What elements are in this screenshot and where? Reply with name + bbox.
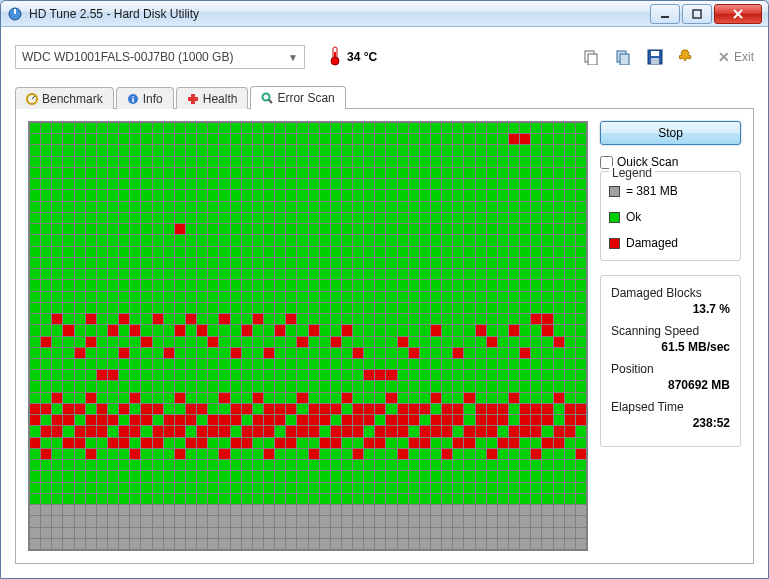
legend-blocksize: = 381 MB [609, 184, 732, 198]
legend-box: Legend = 381 MB Ok Damaged [600, 171, 741, 261]
svg-line-23 [269, 100, 272, 103]
side-panel: Stop Quick Scan Legend = 381 MB Ok [600, 121, 741, 551]
error-scan-panel: Stop Quick Scan Legend = 381 MB Ok [15, 109, 754, 564]
svg-line-17 [32, 96, 35, 99]
copy-screenshot-button[interactable] [612, 46, 634, 68]
temperature-value: 34 °C [347, 50, 377, 64]
close-button[interactable] [714, 4, 762, 24]
position-value: 870692 MB [611, 378, 730, 392]
drive-name: WDC WD1001FALS-00J7B0 (1000 GB) [22, 50, 233, 64]
chevron-down-icon: ▼ [288, 52, 298, 63]
minimize-button[interactable] [650, 4, 680, 24]
window-title: HD Tune 2.55 - Hard Disk Utility [29, 7, 650, 21]
legend-title: Legend [609, 166, 655, 180]
damaged-blocks-label: Damaged Blocks [611, 286, 730, 300]
block-map [28, 121, 588, 551]
svg-rect-15 [651, 58, 659, 64]
tab-info[interactable]: i Info [116, 87, 174, 109]
scanning-speed-value: 61.5 MB/sec [611, 340, 730, 354]
temperature-display: 34 °C [329, 46, 377, 69]
elapsed-time-label: Elapsed Time [611, 400, 730, 414]
client-area: WDC WD1001FALS-00J7B0 (1000 GB) ▼ 34 °C … [1, 27, 768, 578]
toolbar: WDC WD1001FALS-00J7B0 (1000 GB) ▼ 34 °C … [15, 37, 754, 77]
exit-button[interactable]: ✕ Exit [718, 49, 754, 65]
health-icon [187, 93, 199, 105]
damaged-blocks-value: 13.7 % [611, 302, 730, 316]
thermometer-icon [329, 46, 341, 69]
exit-label: Exit [734, 50, 754, 64]
tab-health[interactable]: Health [176, 87, 249, 109]
magnifier-icon [261, 92, 273, 104]
save-button[interactable] [644, 46, 666, 68]
svg-rect-1 [14, 9, 16, 14]
svg-rect-21 [188, 97, 198, 101]
position-label: Position [611, 362, 730, 376]
stop-button[interactable]: Stop [600, 121, 741, 145]
gray-swatch-icon [609, 186, 620, 197]
app-window: HD Tune 2.55 - Hard Disk Utility WDC WD1… [0, 0, 769, 579]
tabstrip: Benchmark i Info Health Error Scan [15, 85, 754, 109]
scanning-speed-label: Scanning Speed [611, 324, 730, 338]
svg-rect-14 [651, 51, 659, 56]
svg-rect-12 [620, 54, 629, 65]
elapsed-time-value: 238:52 [611, 416, 730, 430]
app-icon [7, 6, 23, 22]
maximize-button[interactable] [682, 4, 712, 24]
info-icon: i [127, 93, 139, 105]
legend-damaged: Damaged [609, 236, 732, 250]
svg-rect-3 [693, 10, 701, 18]
green-swatch-icon [609, 212, 620, 223]
svg-point-8 [331, 57, 339, 65]
titlebar[interactable]: HD Tune 2.55 - Hard Disk Utility [1, 1, 768, 27]
legend-ok: Ok [609, 210, 732, 224]
close-icon: ✕ [718, 49, 730, 65]
drive-dropdown[interactable]: WDC WD1001FALS-00J7B0 (1000 GB) ▼ [15, 45, 305, 69]
tab-error-scan[interactable]: Error Scan [250, 86, 345, 110]
stats-box: Damaged Blocks 13.7 % Scanning Speed 61.… [600, 275, 741, 447]
options-button[interactable] [676, 46, 698, 68]
gauge-icon [26, 93, 38, 105]
svg-point-22 [263, 94, 270, 101]
svg-rect-10 [588, 54, 597, 65]
red-swatch-icon [609, 238, 620, 249]
tab-benchmark[interactable]: Benchmark [15, 87, 114, 109]
copy-info-button[interactable] [580, 46, 602, 68]
